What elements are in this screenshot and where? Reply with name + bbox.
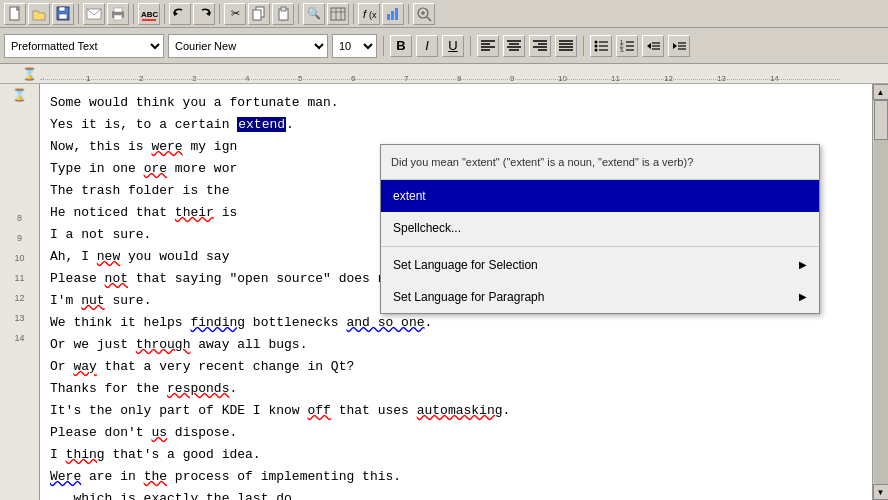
separator8 xyxy=(383,36,384,56)
context-menu-item-spellcheck[interactable]: Spellcheck... xyxy=(381,212,819,244)
redo-button[interactable] xyxy=(193,3,215,25)
separator2 xyxy=(133,4,134,24)
svg-rect-3 xyxy=(59,14,67,19)
grammar-and-so-one: and so one xyxy=(346,315,424,330)
bold-button[interactable]: B xyxy=(390,35,412,57)
context-menu-label-extent: extent xyxy=(393,185,426,207)
misspelled-through: through xyxy=(136,337,191,352)
line-9: 9 xyxy=(0,228,39,248)
misspelled-off: off xyxy=(307,403,330,418)
spellcheck-button[interactable]: ABC xyxy=(138,3,160,25)
align-left-button[interactable] xyxy=(477,35,499,57)
svg-rect-15 xyxy=(331,8,345,20)
svg-point-44 xyxy=(595,40,598,43)
undo-button[interactable] xyxy=(169,3,191,25)
svg-marker-60 xyxy=(673,43,677,49)
context-menu-item-extent[interactable]: extent xyxy=(381,180,819,212)
svg-point-45 xyxy=(595,44,598,47)
copy-button[interactable] xyxy=(248,3,270,25)
context-menu-item-language-paragraph[interactable]: Set Language for Paragraph ▶ xyxy=(381,281,819,313)
increase-indent-button[interactable] xyxy=(668,35,690,57)
context-menu: Did you mean "extent" ("extent" is a nou… xyxy=(380,144,820,314)
misspelled-their: their xyxy=(175,205,214,220)
line-14: 14 xyxy=(0,328,39,348)
context-menu-label-spellcheck: Spellcheck... xyxy=(393,217,461,239)
toolbar-row2: Preformatted Text Courier New 10 B I U 1… xyxy=(0,28,888,64)
size-dropdown[interactable]: 10 xyxy=(332,34,377,58)
doc-line-19: ...which is exactly the last do... xyxy=(50,488,862,500)
misspelled-us: us xyxy=(151,425,167,440)
line-8: 8 xyxy=(0,208,39,228)
scrollbar-thumb[interactable] xyxy=(874,100,888,140)
separator10 xyxy=(583,36,584,56)
zoom-in-button[interactable] xyxy=(413,3,435,25)
justify-button[interactable] xyxy=(555,35,577,57)
underline-button[interactable]: U xyxy=(442,35,464,57)
misspelled-new: new xyxy=(97,249,120,264)
decrease-indent-button[interactable] xyxy=(642,35,664,57)
line-13: 13 xyxy=(0,308,39,328)
cut-button[interactable]: ✂ xyxy=(224,3,246,25)
paste-button[interactable] xyxy=(272,3,294,25)
separator9 xyxy=(470,36,471,56)
line-12: 12 xyxy=(0,288,39,308)
context-menu-label-language-paragraph: Set Language for Paragraph xyxy=(393,286,544,308)
scroll-down-button[interactable]: ▼ xyxy=(873,484,889,500)
separator4 xyxy=(219,4,220,24)
grammar-were: Were xyxy=(50,469,81,484)
doc-line-16: Please don't us dispose. xyxy=(50,422,862,444)
main-area: ⌛ 8 9 10 11 12 13 14 Some would think yo… xyxy=(0,84,888,500)
scrollbar-right: ▲ ▼ xyxy=(872,84,888,500)
misspelled-nut: nut xyxy=(81,293,104,308)
print-button[interactable] xyxy=(107,3,129,25)
misspelled-were: were xyxy=(151,139,182,154)
new-button[interactable] xyxy=(4,3,26,25)
scrollbar-track[interactable] xyxy=(874,100,888,484)
save-button[interactable] xyxy=(52,3,74,25)
svg-point-46 xyxy=(595,48,598,51)
separator1 xyxy=(78,4,79,24)
align-center-button[interactable] xyxy=(503,35,525,57)
document-area[interactable]: Some would think you a fortunate man. Ye… xyxy=(40,84,872,500)
line-11: 11 xyxy=(0,268,39,288)
submenu-arrow-paragraph: ▶ xyxy=(799,286,807,308)
find-button[interactable]: 🔍 xyxy=(303,3,325,25)
open-button[interactable] xyxy=(28,3,50,25)
svg-rect-22 xyxy=(391,11,394,20)
unordered-list-button[interactable] xyxy=(590,35,612,57)
svg-text:ABC: ABC xyxy=(141,10,158,19)
chart-button[interactable] xyxy=(382,3,404,25)
ordered-list-button[interactable]: 1.2.3. xyxy=(616,35,638,57)
svg-rect-14 xyxy=(281,7,286,11)
svg-marker-10 xyxy=(206,11,210,16)
scroll-up-button[interactable]: ▲ xyxy=(873,84,889,100)
separator3 xyxy=(164,4,165,24)
ruler: ⌛ · 1 2 3 4 5 6 7 8 9 10 11 12 13 14 xyxy=(0,64,888,84)
misspelled-ore: ore xyxy=(144,161,167,176)
grammar-finding: finding xyxy=(190,315,245,330)
toolbar-row1: ABC ✂ 🔍 f(x) xyxy=(0,0,888,28)
italic-button[interactable]: I xyxy=(416,35,438,57)
font-dropdown[interactable]: Courier New xyxy=(168,34,328,58)
doc-line-14: Thanks for the responds. xyxy=(50,378,862,400)
submenu-arrow-selection: ▶ xyxy=(799,254,807,276)
table-button[interactable] xyxy=(327,3,349,25)
misspelled-automasking: automasking xyxy=(417,403,503,418)
svg-rect-12 xyxy=(253,10,261,20)
doc-line-15: It's the only part of KDE I know off tha… xyxy=(50,400,862,422)
svg-line-25 xyxy=(427,17,431,21)
doc-line-13: Or way that a very recent change in Qt? xyxy=(50,356,862,378)
email-button[interactable] xyxy=(83,3,105,25)
left-margin: ⌛ 8 9 10 11 12 13 14 xyxy=(0,84,40,500)
svg-rect-6 xyxy=(114,8,122,12)
doc-line-2: Yes it is, to a certain extend. xyxy=(50,114,862,136)
doc-line-12: Or we just through away all bugs. xyxy=(50,334,862,356)
formula-button[interactable]: f(x) xyxy=(358,3,380,25)
context-menu-item-language-selection[interactable]: Set Language for Selection ▶ xyxy=(381,249,819,281)
svg-rect-23 xyxy=(395,8,398,20)
style-dropdown[interactable]: Preformatted Text xyxy=(4,34,164,58)
context-menu-label-language-selection: Set Language for Selection xyxy=(393,254,538,276)
svg-rect-7 xyxy=(114,15,122,20)
misspelled-responds: responds xyxy=(167,381,229,396)
align-right-button[interactable] xyxy=(529,35,551,57)
